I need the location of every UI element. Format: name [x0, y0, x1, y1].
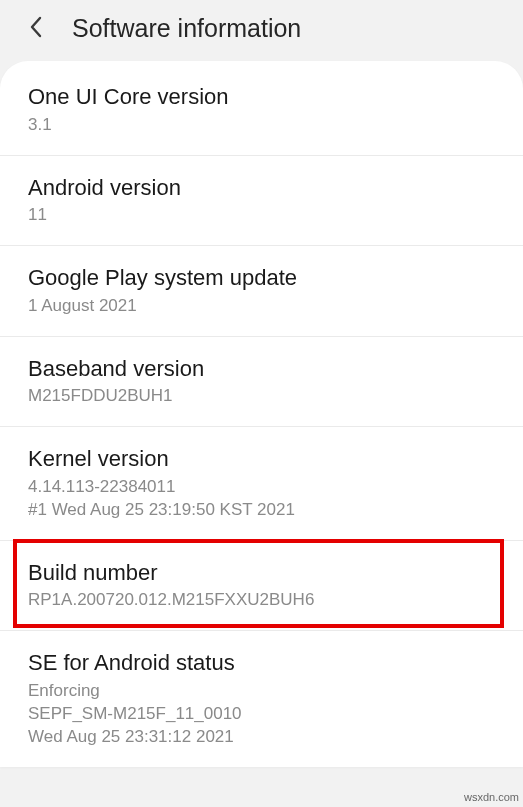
row-google-play-update[interactable]: Google Play system update 1 August 2021	[0, 246, 523, 337]
row-label: Kernel version	[28, 445, 495, 474]
watermark: wsxdn.com	[464, 791, 519, 803]
row-android-version[interactable]: Android version 11	[0, 156, 523, 247]
row-one-ui-version[interactable]: One UI Core version 3.1	[0, 65, 523, 156]
row-se-android-status[interactable]: SE for Android status Enforcing SEPF_SM-…	[0, 631, 523, 766]
row-value: 3.1	[28, 114, 495, 137]
row-value: Enforcing SEPF_SM-M215F_11_0010 Wed Aug …	[28, 680, 495, 749]
page-title: Software information	[72, 14, 301, 43]
row-value: RP1A.200720.012.M215FXXU2BUH6	[28, 589, 495, 612]
row-build-number[interactable]: Build number RP1A.200720.012.M215FXXU2BU…	[0, 541, 523, 632]
row-label: SE for Android status	[28, 649, 495, 678]
row-value: M215FDDU2BUH1	[28, 385, 495, 408]
row-value: 1 August 2021	[28, 295, 495, 318]
row-value: 4.14.113-22384011 #1 Wed Aug 25 23:19:50…	[28, 476, 495, 522]
row-label: One UI Core version	[28, 83, 495, 112]
row-label: Google Play system update	[28, 264, 495, 293]
settings-list: One UI Core version 3.1 Android version …	[0, 61, 523, 767]
row-label: Android version	[28, 174, 495, 203]
back-button[interactable]	[22, 15, 50, 43]
row-baseband-version[interactable]: Baseband version M215FDDU2BUH1	[0, 337, 523, 428]
row-kernel-version[interactable]: Kernel version 4.14.113-22384011 #1 Wed …	[0, 427, 523, 540]
row-value: 11	[28, 204, 495, 227]
chevron-left-icon	[29, 16, 43, 42]
row-label: Build number	[28, 559, 495, 588]
row-label: Baseband version	[28, 355, 495, 384]
